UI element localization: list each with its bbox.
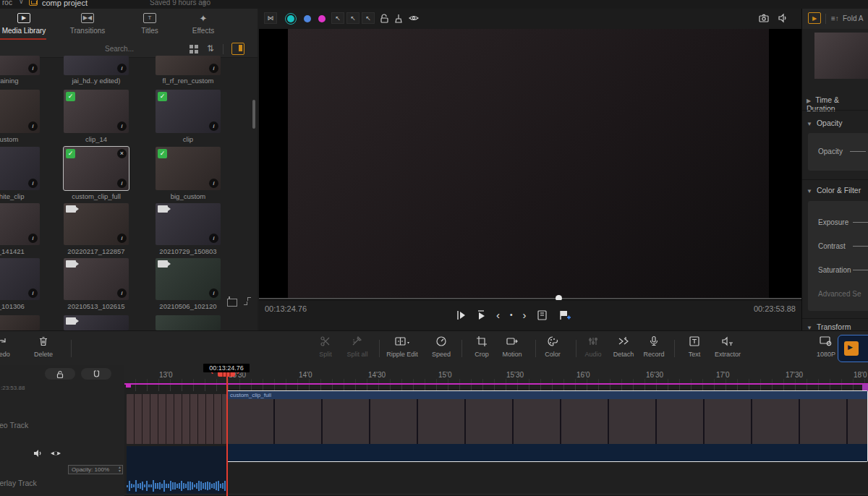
snap-guides-icon[interactable]: ↖ bbox=[362, 12, 375, 24]
video-viewport[interactable] bbox=[259, 29, 801, 298]
media-item[interactable]: ✓i bbox=[156, 147, 221, 190]
audio-button[interactable]: Audio bbox=[577, 335, 609, 358]
media-item[interactable]: i bbox=[0, 147, 40, 190]
info-icon[interactable]: i bbox=[28, 121, 38, 131]
next-frame-icon[interactable]: › bbox=[523, 309, 527, 321]
info-icon[interactable]: i bbox=[28, 64, 38, 73]
app-menu[interactable]: roc bbox=[2, 0, 12, 7]
track-mute-icon[interactable] bbox=[32, 448, 43, 458]
split-button[interactable]: Split bbox=[310, 335, 341, 358]
media-item[interactable]: i bbox=[64, 258, 129, 300]
info-icon[interactable]: i bbox=[209, 234, 218, 243]
media-item[interactable] bbox=[64, 315, 129, 330]
media-item[interactable]: i bbox=[0, 90, 40, 133]
media-item[interactable]: i bbox=[64, 56, 129, 75]
media-item[interactable] bbox=[156, 315, 221, 330]
delete-button[interactable]: Delete bbox=[27, 335, 59, 358]
opacity-slider[interactable] bbox=[850, 151, 866, 152]
ripple-edit-button[interactable]: Ripple Edit bbox=[382, 335, 422, 358]
playhead-line[interactable] bbox=[226, 365, 228, 496]
add-marker-icon[interactable] bbox=[558, 309, 571, 321]
media-item-selected[interactable]: ✓×i bbox=[64, 147, 129, 190]
text-button[interactable]: Text bbox=[678, 335, 710, 358]
mute-speaker-icon[interactable] bbox=[777, 13, 788, 23]
contrast-slider[interactable] bbox=[853, 246, 868, 247]
info-icon[interactable]: i bbox=[117, 234, 127, 243]
section-color-filter[interactable]: ▼Color & Filter bbox=[807, 186, 861, 194]
media-item[interactable]: i bbox=[156, 203, 221, 245]
section-transform[interactable]: ▼Transform bbox=[807, 322, 851, 330]
snapshot-frame-icon[interactable] bbox=[537, 309, 548, 321]
media-item[interactable] bbox=[0, 315, 40, 330]
exposure-slider[interactable] bbox=[853, 222, 868, 223]
advanced-settings-link[interactable]: Advanced Se bbox=[818, 290, 861, 298]
media-item[interactable]: i bbox=[156, 56, 221, 75]
tab-media-library[interactable]: ▶ Media Library bbox=[0, 12, 56, 40]
timeline-clip-2-selected[interactable]: custom_clip_full bbox=[226, 390, 868, 462]
track-visibility-icon[interactable] bbox=[49, 448, 62, 458]
library-scrollbar[interactable] bbox=[252, 100, 255, 129]
info-icon[interactable]: i bbox=[209, 121, 218, 131]
lock-icon[interactable] bbox=[379, 13, 389, 24]
media-item[interactable]: i bbox=[0, 203, 40, 245]
section-opacity[interactable]: ▼Opacity bbox=[807, 119, 843, 127]
fold-list-icon: ≡↑ bbox=[831, 14, 839, 22]
fold-all-button[interactable]: Fold A bbox=[843, 14, 863, 22]
snap-edges-icon[interactable]: ↖ bbox=[331, 12, 344, 24]
flip-tool-icon[interactable]: ⋈ bbox=[264, 12, 277, 24]
record-button[interactable]: Record bbox=[638, 335, 670, 358]
grid-view-icon[interactable] bbox=[190, 45, 198, 54]
detach-button[interactable]: Detach bbox=[608, 335, 639, 358]
color-button[interactable]: Color bbox=[537, 335, 569, 358]
track-opacity-stepper[interactable]: Opacity: 100%▴▾ bbox=[68, 465, 123, 474]
speed-button[interactable]: Speed bbox=[425, 335, 457, 358]
info-icon[interactable]: i bbox=[28, 234, 38, 243]
info-icon[interactable]: i bbox=[117, 179, 127, 188]
info-icon[interactable]: i bbox=[28, 179, 38, 188]
snap-grid-icon[interactable]: ↖ bbox=[346, 12, 359, 24]
sort-icon[interactable]: ⇅ bbox=[207, 43, 214, 54]
close-icon[interactable]: × bbox=[117, 149, 127, 158]
export-button[interactable] bbox=[838, 335, 868, 362]
split-all-button[interactable]: Split all bbox=[341, 335, 373, 358]
info-icon[interactable]: i bbox=[209, 179, 218, 188]
video-properties-icon[interactable]: ▶ bbox=[808, 12, 821, 24]
panel-collapse-icon[interactable] bbox=[231, 43, 244, 55]
eye-icon[interactable] bbox=[408, 13, 420, 23]
marker-color-magenta[interactable] bbox=[318, 15, 326, 22]
marker-color-blue[interactable] bbox=[304, 15, 311, 22]
search-input[interactable] bbox=[58, 43, 181, 55]
track-lock-button[interactable] bbox=[45, 368, 75, 380]
preview-scrub-bar[interactable] bbox=[259, 298, 801, 299]
play-icon[interactable] bbox=[476, 309, 486, 321]
snapshot-camera-icon[interactable] bbox=[758, 13, 770, 23]
previous-frame-icon[interactable]: ‹ bbox=[496, 309, 500, 321]
play-from-start-icon[interactable] bbox=[456, 309, 466, 321]
info-icon[interactable]: i bbox=[117, 121, 127, 131]
crop-button[interactable]: Crop bbox=[466, 335, 498, 358]
media-item[interactable]: i bbox=[0, 56, 40, 75]
home-icon[interactable] bbox=[29, 0, 38, 6]
media-item[interactable]: ✓i bbox=[156, 90, 221, 133]
motion-button[interactable]: Motion bbox=[496, 335, 528, 358]
media-item[interactable]: ✓i bbox=[64, 90, 129, 133]
marker-color-cyan[interactable] bbox=[285, 13, 297, 25]
info-icon[interactable]: i bbox=[117, 288, 127, 298]
media-item[interactable]: i bbox=[0, 258, 40, 300]
compact-view-icon[interactable] bbox=[229, 296, 230, 306]
redo-button[interactable]: Redo bbox=[0, 335, 14, 358]
extractor-button[interactable]: Extractor bbox=[709, 335, 746, 358]
media-item[interactable]: i bbox=[156, 258, 221, 300]
info-icon[interactable]: i bbox=[209, 64, 218, 73]
timeline-clip-1[interactable] bbox=[127, 394, 226, 444]
saturation-slider[interactable] bbox=[853, 270, 868, 270]
info-icon[interactable]: i bbox=[117, 64, 127, 73]
divider bbox=[802, 110, 868, 111]
tab-effects[interactable]: ✦ Effects bbox=[171, 12, 236, 40]
snap-magnet-button[interactable] bbox=[81, 368, 111, 380]
tab-transitions[interactable]: ▶◀ Transitions bbox=[55, 12, 120, 40]
info-icon[interactable]: i bbox=[28, 288, 38, 298]
media-item[interactable]: i bbox=[64, 203, 129, 245]
cleanup-brush-icon[interactable] bbox=[393, 13, 404, 24]
info-icon[interactable]: i bbox=[209, 288, 218, 298]
